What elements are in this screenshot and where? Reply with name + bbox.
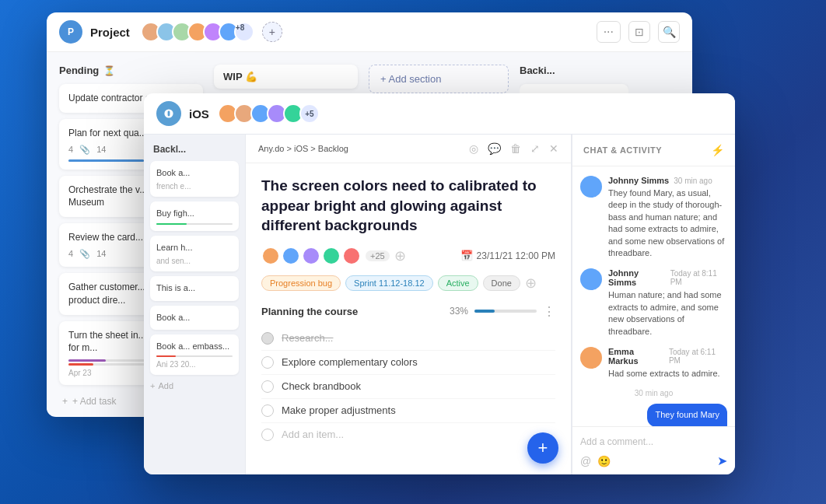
mw-task[interactable]: Buy figh... [150, 201, 239, 230]
checklist-more-button[interactable]: ⋮ [543, 304, 555, 319]
delete-icon[interactable]: 🗑 [510, 142, 521, 155]
chat-msg-body: Johnny Simms Today at 8:11 PM Human natu… [608, 268, 727, 338]
msg-time: Today at 8:11 PM [670, 269, 727, 286]
checklist-circle[interactable] [261, 404, 274, 417]
mw-task[interactable]: Book a... [150, 306, 239, 330]
chat-sender-name: Johnny Simms Today at 8:11 PM [608, 268, 727, 287]
mw-task-title: Book a... [156, 312, 233, 324]
checklist-header: Planning the course 33% ⋮ [261, 304, 555, 319]
assignee-av-5 [342, 247, 361, 265]
progress-bar [68, 359, 106, 362]
attachment-count: 14 [96, 249, 106, 258]
ios-av-count: +5 [299, 103, 320, 124]
backlog-title: Backi... [520, 65, 555, 76]
more-options-button[interactable]: ··· [597, 21, 621, 43]
chat-input-icons: @ 🙂 ➤ [580, 453, 727, 468]
add-member-button[interactable]: + [262, 22, 282, 42]
tag-progression-bug[interactable]: Progression bug [261, 275, 341, 291]
backlog-header: Backi... [520, 65, 628, 76]
detail-toolbar: Any.do > iOS > Backlog ◎ 💬 🗑 ⤢ ✕ [246, 135, 571, 163]
add-checklist-item[interactable]: Add an item... [261, 423, 555, 446]
circle-icon[interactable]: ◎ [469, 142, 478, 155]
send-button[interactable]: ➤ [717, 453, 727, 468]
checklist-percent: 33% [450, 306, 468, 317]
mw-task[interactable]: This is a... [150, 276, 239, 300]
emoji-icon[interactable]: 🙂 [597, 455, 611, 467]
mw-prog-fill [156, 355, 176, 357]
back-window-title: Project [90, 26, 130, 39]
expand-icon[interactable]: ⤢ [530, 142, 540, 155]
sender-name: Emma Markus [608, 347, 664, 366]
tag-sprint[interactable]: Sprint 11.12-18.12 [345, 275, 433, 291]
checklist-item[interactable]: Research... [261, 327, 555, 351]
breadcrumb: Any.do > iOS > Backlog [258, 144, 348, 153]
checklist-item-text: Research... [282, 332, 333, 344]
mw-prog-fill [156, 223, 187, 225]
wip-header: WIP 💪 [214, 65, 358, 89]
tag-active[interactable]: Active [438, 275, 478, 291]
add-tag-button[interactable]: ⊕ [525, 275, 537, 292]
detail-assignees: +25 ⊕ 📅 23/11/21 12:00 PM [261, 247, 555, 265]
add-item-circle [261, 429, 274, 441]
main-window: iOS +5 Backl... Book a... french e... Bu… [144, 93, 735, 474]
chat-messages: Johnny Simms 30 min ago They found Mary,… [572, 166, 735, 426]
checklist-section: Planning the course 33% ⋮ Research... [261, 304, 555, 446]
checklist-meta: 33% ⋮ [450, 304, 555, 319]
chat-sender-name: Johnny Simms 30 min ago [608, 176, 727, 185]
mw-prog-bar [156, 223, 233, 225]
chat-avatar-js [580, 176, 602, 198]
ios-window-title: iOS [189, 107, 209, 121]
chat-input[interactable] [580, 433, 727, 450]
outbound-message: They found Mary [580, 404, 727, 426]
main-window-body: Backl... Book a... french e... Buy figh.… [144, 135, 735, 474]
mw-board-column: Backl... Book a... french e... Buy figh.… [144, 135, 245, 474]
checklist-item[interactable]: Explore complementary colors [261, 351, 555, 375]
msg-time: Today at 6:11 PM [669, 348, 727, 365]
attachment-count: 14 [96, 145, 106, 154]
calendar-icon: 📅 [460, 250, 473, 261]
detail-tags: Progression bug Sprint 11.12-18.12 Activ… [261, 275, 555, 292]
mw-task-title: Book a... embass... [156, 341, 233, 352]
mw-task[interactable]: Book a... embass... Ani 23 20... [150, 334, 239, 375]
tag-done[interactable]: Done [483, 275, 520, 291]
assignee-av-1 [261, 247, 280, 265]
task-meta-icon: 📎 [79, 249, 90, 259]
assignee-av-4 [322, 247, 341, 265]
main-window-header: iOS +5 [144, 93, 735, 135]
close-icon[interactable]: ✕ [549, 142, 558, 155]
checklist-circle[interactable] [261, 380, 274, 393]
mw-task-meta: and sen... [156, 257, 233, 265]
at-icon[interactable]: @ [580, 455, 591, 467]
search-icon[interactable]: 🔍 [658, 21, 680, 43]
filter-icon[interactable]: ⏳ [103, 65, 115, 76]
mw-task-title: Buy figh... [156, 208, 233, 219]
add-item-placeholder: Add an item... [282, 429, 344, 440]
mw-col-header: Backl... [150, 144, 239, 155]
ios-window-avatar [156, 101, 181, 126]
mw-task[interactable]: Learn h... and sen... [150, 236, 239, 271]
checklist-circle[interactable] [261, 356, 274, 369]
detail-content: The screen colors need to calibrated to … [246, 163, 571, 474]
svg-rect-1 [168, 111, 170, 117]
chat-icon[interactable]: 💬 [488, 142, 501, 155]
chat-avatar-js [580, 268, 602, 290]
back-window-header: P Project +8 + ··· ⊡ 🔍 [47, 12, 692, 52]
checklist-item[interactable]: Make proper adjustments [261, 399, 555, 423]
checklist-progress-fill [474, 310, 495, 313]
chat-msg-text: Human nature; and had some extracts to a… [608, 289, 727, 338]
sender-name: Johnny Simms [608, 176, 669, 185]
add-section-button[interactable]: + Add section [369, 65, 509, 93]
add-assignee-button[interactable]: ⊕ [394, 247, 406, 264]
pending-column-header: Pending ⏳ [59, 65, 203, 76]
checklist-item[interactable]: Check brandbook [261, 375, 555, 399]
checklist-circle[interactable] [261, 332, 274, 345]
window-icon[interactable]: ⊡ [628, 21, 650, 43]
sender-name: Johnny Simms [608, 268, 666, 287]
mw-task[interactable]: Book a... french e... [150, 161, 239, 197]
checklist-item-text: Explore complementary colors [282, 356, 418, 368]
mw-add-task[interactable]: + Add [150, 381, 239, 390]
chat-header: CHAT & ACTIVITY ⚡ [572, 135, 735, 166]
fab-button[interactable]: + [527, 432, 558, 464]
progress-bar-red [68, 363, 93, 366]
avatar-count: +8 [234, 22, 254, 42]
